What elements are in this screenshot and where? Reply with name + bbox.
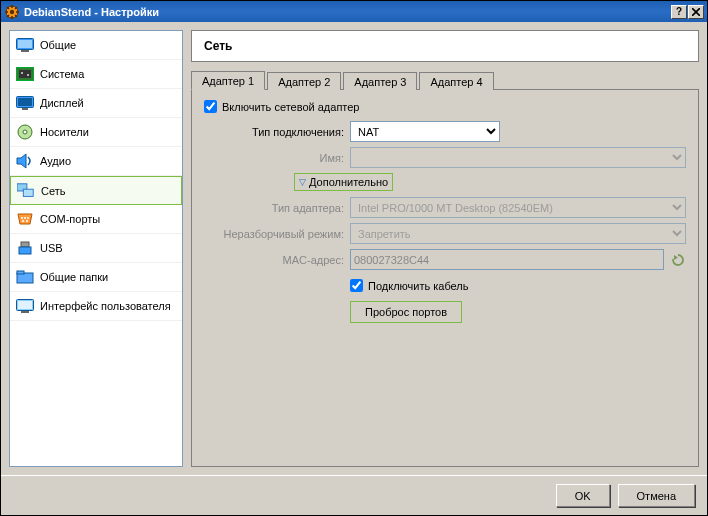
- svg-rect-39: [21, 311, 29, 313]
- advanced-row: ▽ Дополнительно: [204, 173, 686, 191]
- sidebar-item-label: USB: [40, 242, 63, 254]
- promisc-row: Неразборчивый режим: Запретить: [204, 223, 686, 244]
- svg-point-29: [24, 217, 26, 219]
- tab-content: Включить сетевой адаптер Тип подключения…: [191, 90, 699, 467]
- svg-point-31: [22, 220, 24, 222]
- svg-point-28: [21, 217, 23, 219]
- mac-row: MAC-адрес:: [204, 249, 686, 270]
- sidebar-item-label: Система: [40, 68, 84, 80]
- serial-icon: [16, 210, 34, 228]
- usb-icon: [16, 239, 34, 257]
- interface-icon: [16, 297, 34, 315]
- sidebar-item-label: Носители: [40, 126, 89, 138]
- svg-rect-20: [18, 98, 32, 106]
- svg-point-1: [10, 9, 14, 13]
- sidebar-item-label: Аудио: [40, 155, 71, 167]
- sidebar-item-usb[interactable]: USB: [10, 234, 182, 263]
- adapter-type-row: Тип адаптера: Intel PRO/1000 MT Desktop …: [204, 197, 686, 218]
- cable-checkbox[interactable]: [350, 279, 363, 292]
- sidebar-item-shared-folders[interactable]: Общие папки: [10, 263, 182, 292]
- svg-rect-33: [21, 242, 29, 247]
- system-icon: [16, 65, 34, 83]
- sidebar-item-label: Общие папки: [40, 271, 108, 283]
- advanced-label: Дополнительно: [309, 176, 388, 188]
- svg-rect-14: [21, 50, 29, 52]
- ok-button[interactable]: OK: [556, 484, 610, 507]
- sidebar-item-label: Сеть: [41, 185, 65, 197]
- titlebar-buttons: ?: [671, 5, 704, 19]
- general-icon: [16, 36, 34, 54]
- sidebar-item-label: Общие: [40, 39, 76, 51]
- chevron-down-icon: ▽: [299, 177, 306, 187]
- mac-refresh-button[interactable]: [669, 251, 686, 269]
- attach-label: Тип подключения:: [220, 126, 350, 138]
- sidebar-item-audio[interactable]: Аудио: [10, 147, 182, 176]
- sidebar-item-label: Дисплей: [40, 97, 84, 109]
- mac-input: [350, 249, 664, 270]
- promisc-label: Неразборчивый режим:: [220, 228, 350, 240]
- window-title: DebianStend - Настройки: [24, 6, 671, 18]
- sidebar-item-system[interactable]: Система: [10, 60, 182, 89]
- name-select: [350, 147, 686, 168]
- svg-point-23: [23, 130, 27, 134]
- svg-point-18: [27, 74, 29, 76]
- page-title: Сеть: [204, 39, 686, 53]
- cable-label: Подключить кабель: [368, 280, 469, 292]
- titlebar: DebianStend - Настройки ?: [1, 1, 707, 22]
- dialog-body: Общие Система Дисплей Носители Аудио Сет…: [1, 22, 707, 475]
- svg-rect-34: [19, 247, 31, 254]
- tab-adapter-2[interactable]: Адаптер 2: [267, 72, 341, 90]
- adapter-type-select: Intel PRO/1000 MT Desktop (82540EM): [350, 197, 686, 218]
- sidebar-item-label: Интерфейс пользователя: [40, 300, 171, 312]
- folder-icon: [16, 268, 34, 286]
- storage-icon: [16, 123, 34, 141]
- sidebar-item-general[interactable]: Общие: [10, 31, 182, 60]
- svg-point-30: [27, 217, 29, 219]
- svg-rect-13: [18, 40, 32, 48]
- portfw-row: Проброс портов: [204, 301, 686, 323]
- tab-adapter-4[interactable]: Адаптер 4: [419, 72, 493, 90]
- svg-rect-21: [22, 108, 28, 110]
- svg-rect-38: [18, 301, 32, 309]
- sidebar-item-interface[interactable]: Интерфейс пользователя: [10, 292, 182, 321]
- svg-marker-40: [674, 255, 678, 260]
- enable-adapter-label: Включить сетевой адаптер: [222, 101, 359, 113]
- attach-select[interactable]: NAT: [350, 121, 500, 142]
- sidebar: Общие Система Дисплей Носители Аудио Сет…: [9, 30, 183, 467]
- svg-point-32: [26, 220, 28, 222]
- name-label: Имя:: [220, 152, 350, 164]
- port-forwarding-button[interactable]: Проброс портов: [350, 301, 462, 323]
- settings-window: DebianStend - Настройки ? Общие Система …: [0, 0, 708, 516]
- page-title-box: Сеть: [191, 30, 699, 62]
- adapter-tabs: Адаптер 1 Адаптер 2 Адаптер 3 Адаптер 4: [191, 68, 699, 90]
- svg-marker-24: [17, 154, 26, 168]
- svg-point-17: [21, 72, 23, 74]
- enable-adapter-row: Включить сетевой адаптер: [204, 100, 686, 113]
- cancel-button[interactable]: Отмена: [618, 484, 695, 507]
- svg-rect-26: [23, 189, 33, 196]
- sidebar-item-display[interactable]: Дисплей: [10, 89, 182, 118]
- dialog-footer: OK Отмена: [1, 475, 707, 515]
- audio-icon: [16, 152, 34, 170]
- adapter-type-label: Тип адаптера:: [220, 202, 350, 214]
- mac-label: MAC-адрес:: [220, 254, 350, 266]
- enable-adapter-checkbox[interactable]: [204, 100, 217, 113]
- app-icon: [4, 4, 20, 20]
- main-panel: Сеть Адаптер 1 Адаптер 2 Адаптер 3 Адапт…: [191, 30, 699, 467]
- attach-row: Тип подключения: NAT: [204, 121, 686, 142]
- promisc-select: Запретить: [350, 223, 686, 244]
- sidebar-item-network[interactable]: Сеть: [10, 176, 182, 205]
- cable-row: Подключить кабель: [204, 275, 686, 296]
- tab-adapter-3[interactable]: Адаптер 3: [343, 72, 417, 90]
- close-button[interactable]: [688, 5, 704, 19]
- svg-rect-16: [19, 70, 31, 78]
- help-button[interactable]: ?: [671, 5, 687, 19]
- advanced-toggle[interactable]: ▽ Дополнительно: [294, 173, 393, 191]
- display-icon: [16, 94, 34, 112]
- network-icon: [17, 182, 35, 200]
- sidebar-item-storage[interactable]: Носители: [10, 118, 182, 147]
- tab-adapter-1[interactable]: Адаптер 1: [191, 71, 265, 90]
- name-row: Имя:: [204, 147, 686, 168]
- svg-rect-36: [17, 271, 24, 274]
- sidebar-item-serial[interactable]: COM-порты: [10, 205, 182, 234]
